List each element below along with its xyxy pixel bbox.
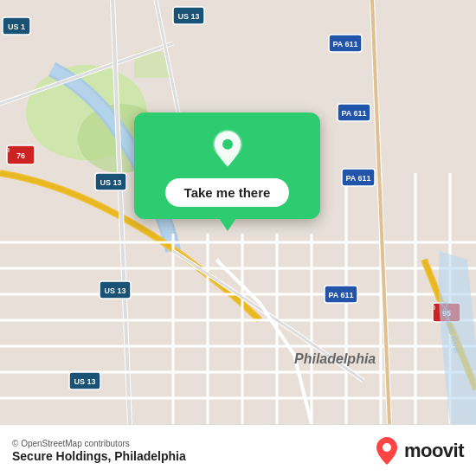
moovit-pin-icon: [375, 435, 399, 466]
svg-text:Philadelphia: Philadelphia: [294, 351, 376, 366]
svg-text:US 13: US 13: [100, 178, 121, 187]
svg-point-49: [383, 443, 391, 452]
svg-text:I: I: [434, 305, 435, 311]
svg-text:PA 611: PA 611: [345, 174, 370, 183]
svg-text:US 13: US 13: [74, 377, 95, 386]
svg-point-48: [222, 139, 233, 150]
svg-text:I: I: [8, 147, 10, 153]
map-container: US 1 US 13 US 13 US 13 I 76 PA 611 PA 61…: [0, 0, 476, 424]
moovit-logo: moovit: [375, 435, 464, 466]
svg-text:US 13: US 13: [177, 12, 199, 21]
svg-text:US 1: US 1: [8, 23, 25, 31]
location-pin-icon: [207, 128, 248, 170]
svg-text:PA 611: PA 611: [328, 291, 353, 299]
svg-text:PA 611: PA 611: [332, 40, 357, 48]
bottom-bar: © OpenStreetMap contributors Secure Hold…: [0, 424, 476, 476]
bottom-left-info: © OpenStreetMap contributors Secure Hold…: [12, 439, 186, 463]
attribution-text: © OpenStreetMap contributors: [12, 439, 186, 448]
location-label: Secure Holdings, Philadelphia: [12, 449, 186, 463]
svg-text:US 13: US 13: [104, 286, 125, 295]
popup-card: Take me there: [134, 113, 320, 219]
take-me-there-button[interactable]: Take me there: [165, 178, 290, 207]
svg-text:PA 611: PA 611: [341, 109, 366, 118]
moovit-brand-text: moovit: [404, 440, 464, 462]
svg-text:76: 76: [16, 151, 25, 160]
